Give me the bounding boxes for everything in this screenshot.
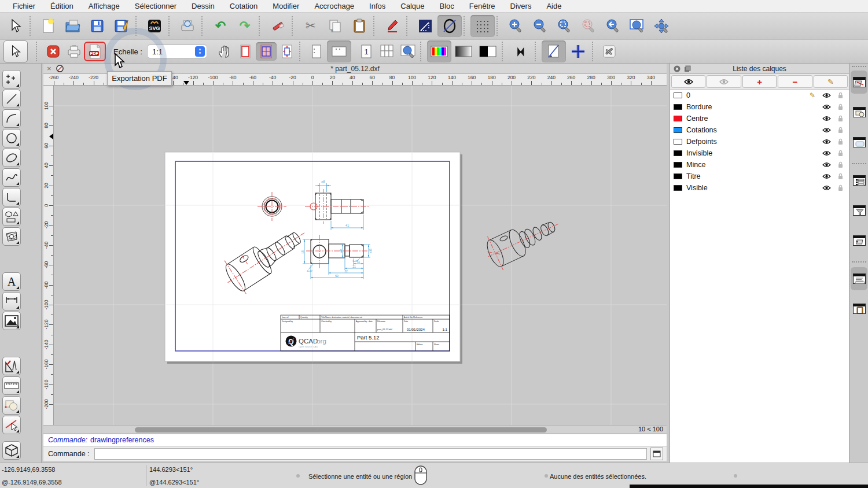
measure-tool[interactable] [2, 376, 21, 395]
lineweight-scale-button[interactable] [509, 40, 533, 62]
grid-toggle-button[interactable] [470, 15, 495, 37]
block-tool[interactable] [2, 396, 21, 415]
menu-item-infos[interactable]: Infos [369, 2, 385, 10]
lock-icon[interactable] [838, 150, 843, 157]
crosshair-button[interactable] [566, 40, 590, 62]
shape-tool[interactable] [2, 208, 21, 226]
zoom-in-button[interactable] [503, 15, 528, 37]
dock-command-line-button[interactable] [851, 267, 867, 290]
eye-icon[interactable] [822, 185, 831, 191]
fit-to-page-button[interactable] [277, 42, 297, 61]
command-window-toggle-button[interactable] [650, 448, 663, 460]
layer-row-cotations[interactable]: Cotations [670, 124, 849, 136]
remove-layer-button[interactable]: − [778, 75, 812, 88]
print-preview-button[interactable] [175, 15, 200, 37]
zoom-selection-button[interactable] [576, 15, 601, 37]
eye-icon[interactable] [822, 173, 831, 179]
eye-icon[interactable] [822, 93, 831, 98]
dock-clipboard-button[interactable] [851, 297, 867, 320]
layer-row-invisible[interactable]: Invisible [670, 147, 849, 159]
hatch-tool[interactable] [2, 227, 21, 246]
page-overlay-button[interactable] [256, 42, 277, 61]
menu-item-calque[interactable]: Calque [400, 2, 424, 10]
dimension-tool[interactable] [2, 292, 21, 310]
lock-icon[interactable] [838, 173, 843, 180]
point-tool[interactable] [2, 70, 21, 88]
lock-icon[interactable] [838, 103, 843, 110]
drawing-canvas[interactable]: ⌀8 41 [43, 86, 667, 425]
menu-item-fichier[interactable]: Fichier [13, 2, 35, 10]
circle-tool[interactable] [2, 129, 21, 147]
undo-button[interactable]: ↶ [208, 15, 233, 37]
zoom-to-page-button[interactable] [398, 42, 418, 61]
dock-selection-filter-button[interactable] [851, 199, 867, 222]
cut-button[interactable]: ✂ [299, 15, 323, 37]
menu-item-divers[interactable]: Divers [510, 2, 532, 10]
new-file-button[interactable] [36, 15, 61, 37]
menu-item-sélectionner[interactable]: Sélectionner [135, 2, 176, 10]
layer-row-titre[interactable]: Titre [670, 171, 849, 182]
image-tool[interactable] [2, 312, 21, 330]
select-tool[interactable] [2, 416, 21, 434]
layer-row-0[interactable]: 0✎ [670, 90, 849, 101]
open-file-button[interactable] [61, 15, 85, 37]
full-color-button[interactable] [427, 40, 451, 62]
pdf-export-button[interactable]: PDF [84, 42, 105, 61]
lock-icon[interactable] [838, 161, 843, 168]
pan-zoom-button[interactable] [649, 15, 674, 37]
drawing-viewport[interactable]: × * part_05.12.dxf -260-240-220-200-180-… [43, 64, 667, 434]
draw-edit-button[interactable] [380, 15, 404, 37]
add-layer-button[interactable]: + [742, 75, 777, 88]
dock-layer-list-button[interactable] [851, 71, 867, 94]
modify-tool[interactable] [2, 357, 21, 375]
tools-button[interactable] [599, 42, 620, 61]
zoom-previous-button[interactable] [601, 15, 625, 37]
zoom-window-button[interactable] [625, 15, 649, 37]
preview-pointer-button[interactable] [3, 40, 28, 62]
show-paper-borders-button[interactable] [235, 42, 256, 61]
edit-layer-button[interactable]: ✎ [814, 75, 848, 88]
lock-icon[interactable] [838, 92, 843, 99]
dock-block-list-button[interactable] [851, 101, 867, 124]
pointer-tool-button[interactable] [3, 15, 28, 37]
menu-item-fenêtre[interactable]: Fenêtre [469, 2, 495, 10]
zoom-out-button[interactable] [528, 15, 552, 37]
copy-button[interactable]: + [323, 15, 347, 37]
eye-icon[interactable] [822, 150, 831, 156]
black-white-button[interactable] [476, 40, 500, 62]
eye-icon[interactable] [822, 104, 831, 110]
layer-row-bordure[interactable]: Bordure [670, 101, 849, 113]
ellipse-tool[interactable] [2, 149, 21, 167]
redo-button[interactable]: ↷ [233, 15, 257, 37]
eye-icon[interactable] [822, 139, 831, 145]
menu-item-aide[interactable]: Aide [546, 2, 561, 10]
dock-property-editor-button[interactable] [851, 131, 867, 154]
text-tool[interactable]: A [2, 272, 21, 291]
layer-row-defpoints[interactable]: Defpoints [670, 136, 849, 147]
arc-tool[interactable] [2, 109, 21, 128]
menu-item-affichage[interactable]: Affichage [89, 2, 120, 10]
menu-item-bloc[interactable]: Bloc [439, 2, 454, 10]
scrollbar-thumb[interactable] [135, 427, 547, 432]
lock-icon[interactable] [838, 127, 843, 134]
close-preview-button[interactable] [43, 42, 64, 61]
save-as-button[interactable] [109, 15, 134, 37]
solid-3d-tool[interactable] [2, 441, 21, 460]
print-button[interactable] [64, 42, 84, 61]
pencil-icon[interactable]: ✎ [810, 91, 815, 99]
command-input[interactable] [94, 448, 647, 460]
layer-row-visible[interactable]: Visible [670, 182, 849, 194]
svg-export-button[interactable]: SVG [142, 15, 167, 37]
pan-hand-button[interactable] [214, 42, 235, 61]
save-button[interactable] [85, 15, 109, 37]
circle-mode-button[interactable] [437, 15, 462, 37]
polyline-tool[interactable] [2, 188, 21, 206]
lock-icon[interactable] [838, 115, 843, 122]
landscape-button[interactable] [327, 40, 351, 62]
scale-select[interactable]: 1:1 ▲▼ [147, 45, 207, 58]
show-all-layers-button[interactable] [671, 75, 705, 88]
eye-icon[interactable] [822, 162, 831, 168]
multi-page-button[interactable] [377, 42, 398, 61]
menu-item-édition[interactable]: Édition [50, 2, 73, 10]
line-tool[interactable] [2, 90, 21, 108]
